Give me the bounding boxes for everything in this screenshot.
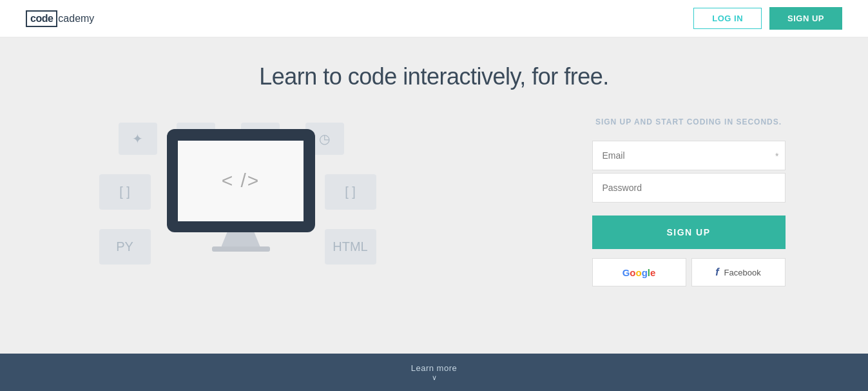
logo-cademy: cademy xyxy=(58,13,94,25)
content-row: ✦ ⊟ ✿ ◷ [ ] [ ] PY HTML < /> xyxy=(80,116,789,286)
facebook-button[interactable]: f Facebook xyxy=(691,258,786,286)
float-icon-8: HTML xyxy=(325,229,376,265)
facebook-icon: f xyxy=(715,266,719,278)
signup-form-area: SIGN UP AND START CODING IN SECONDS. * S… xyxy=(589,116,789,286)
password-input[interactable] xyxy=(592,173,786,203)
signup-main-button[interactable]: SIGN UP xyxy=(592,216,786,249)
email-input[interactable] xyxy=(592,141,786,170)
social-buttons: Google f Facebook xyxy=(592,258,786,286)
float-icon-1: ✦ xyxy=(119,123,157,155)
header: codecademy LOG IN SIGN UP xyxy=(0,0,868,37)
monitor-base xyxy=(212,246,270,252)
google-button[interactable]: Google xyxy=(592,258,686,286)
logo-code: code xyxy=(26,10,57,27)
monitor: < /> xyxy=(167,129,315,252)
monitor-stand xyxy=(222,232,260,246)
login-button[interactable]: LOG IN xyxy=(693,8,762,29)
code-symbol: < /> xyxy=(222,170,260,192)
main-content: Learn to code interactively, for free. ✦… xyxy=(0,37,868,354)
password-input-wrapper xyxy=(592,173,786,204)
monitor-screen: < /> xyxy=(178,141,304,221)
monitor-body: < /> xyxy=(167,129,315,232)
float-icon-5: [ ] xyxy=(99,174,151,210)
illustration-area: ✦ ⊟ ✿ ◷ [ ] [ ] PY HTML < /> xyxy=(80,116,402,252)
logo: codecademy xyxy=(26,10,94,27)
signup-tagline: SIGN UP AND START CODING IN SECONDS. xyxy=(595,116,782,128)
float-icon-7: PY xyxy=(99,229,151,265)
email-input-wrapper: * xyxy=(592,141,786,172)
signup-header-button[interactable]: SIGN UP xyxy=(769,7,842,30)
google-icon: Google xyxy=(622,267,656,278)
float-icon-6: [ ] xyxy=(325,174,376,210)
facebook-label: Facebook xyxy=(724,268,761,277)
required-star: * xyxy=(775,151,778,161)
learn-more-text: Learn more xyxy=(411,363,457,373)
chevron-down-icon: ∨ xyxy=(432,374,437,381)
hero-title: Learn to code interactively, for free. xyxy=(259,63,609,90)
header-buttons: LOG IN SIGN UP xyxy=(693,7,842,30)
footer-bar: Learn more ∨ xyxy=(0,354,868,391)
